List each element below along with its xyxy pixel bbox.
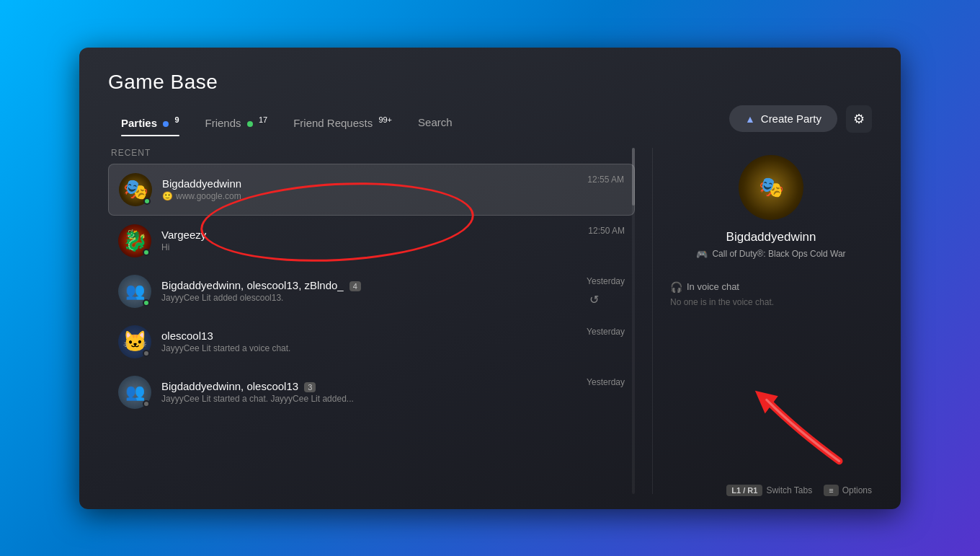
member-badge-5: 3 xyxy=(304,382,316,392)
chat-name-1: Bigdaddyedwinn xyxy=(162,177,577,190)
switch-tabs-control: L1 / R1 Switch Tabs xyxy=(726,485,812,496)
chat-item-2[interactable]: 🐉 Vargeezy Hi 12:50 AM xyxy=(108,216,635,266)
switch-tabs-label: Switch Tabs xyxy=(766,485,812,495)
avatar-wrapper-5: 👥 xyxy=(118,376,151,409)
voice-section: 🎧 In voice chat No one is in the voice c… xyxy=(670,281,872,307)
chat-item-5[interactable]: 👥 Bigdaddyedwinn, olescool13 3 JayyyCee … xyxy=(108,367,635,418)
chat-info-4: olescool13 JayyyCee Lit started a voice … xyxy=(161,330,576,353)
chat-time-4: Yesterday xyxy=(587,327,625,337)
chat-sub-2: Hi xyxy=(161,242,578,252)
tab-parties[interactable]: Parties 9 xyxy=(108,110,192,135)
profile-name: Bigdaddyedwinn xyxy=(726,230,816,244)
parties-dot xyxy=(163,121,169,127)
main-window: Game Base Parties 9 Friends 17 Friend Re… xyxy=(79,48,901,509)
chat-time-5: Yesterday xyxy=(587,377,625,387)
voice-label: 🎧 In voice chat xyxy=(670,281,872,293)
chat-item-1[interactable]: 🎭 Bigdaddyedwinn 🙂 www.google.com 12:55 … xyxy=(108,164,635,216)
filter-button[interactable]: ⚙ xyxy=(846,105,872,133)
avatar-wrapper-2: 🐉 xyxy=(118,224,151,257)
triangle-icon: ▲ xyxy=(745,113,755,125)
chat-name-5: Bigdaddyedwinn, olescool13 3 xyxy=(161,380,576,392)
avatar-wrapper-3: 👥 xyxy=(118,275,151,308)
chat-item-4[interactable]: 🐱 olescool13 JayyyCee Lit started a voic… xyxy=(108,317,635,367)
bottom-bar: L1 / R1 Switch Tabs ≡ Options xyxy=(726,485,872,496)
chat-name-3: Bigdaddyedwinn, olescool13, zBlndo_ 4 xyxy=(161,279,576,291)
tab-search[interactable]: Search xyxy=(405,110,466,134)
chat-item-3[interactable]: 👥 Bigdaddyedwinn, olescool13, zBlndo_ 4 … xyxy=(108,266,635,317)
chat-info-1: Bigdaddyedwinn 🙂 www.google.com xyxy=(162,177,577,201)
chat-info-5: Bigdaddyedwinn, olescool13 3 JayyyCee Li… xyxy=(161,380,576,404)
friends-dot xyxy=(247,121,253,127)
create-party-button[interactable]: ▲ Create Party xyxy=(729,105,837,132)
status-dot-4 xyxy=(143,350,150,357)
chat-time-3: Yesterday xyxy=(587,276,625,286)
options-badge: ≡ xyxy=(824,485,838,496)
profile-game: 🎮 Call of Duty®: Black Ops Cold War xyxy=(696,249,845,260)
section-label: Recent xyxy=(108,148,635,158)
avatar-wrapper-4: 🐱 xyxy=(118,325,151,358)
page-title: Game Base xyxy=(108,71,872,94)
chat-name-4: olescool13 xyxy=(161,330,576,342)
options-control: ≡ Options xyxy=(824,485,872,496)
chat-info-2: Vargeezy Hi xyxy=(161,229,578,252)
right-panel: 🎭 Bigdaddyedwinn 🎮 Call of Duty®: Black … xyxy=(670,148,872,494)
options-label: Options xyxy=(842,485,872,495)
vertical-divider xyxy=(652,148,653,494)
status-dot-2 xyxy=(143,249,150,256)
tab-friend-requests[interactable]: Friend Requests 99+ xyxy=(280,110,405,135)
voice-empty-text: No one is in the voice chat. xyxy=(670,297,872,307)
chat-time-2: 12:50 AM xyxy=(588,226,625,236)
chat-sub-5: JayyyCee Lit started a chat. JayyyCee Li… xyxy=(161,394,576,404)
gamepad-icon: 🎮 xyxy=(696,249,708,260)
chat-name-2: Vargeezy xyxy=(161,229,578,241)
status-dot-1 xyxy=(143,198,151,205)
switch-tabs-badge: L1 / R1 xyxy=(726,485,762,496)
right-controls: ▲ Create Party ⚙ xyxy=(729,105,872,133)
chat-info-3: Bigdaddyedwinn, olescool13, zBlndo_ 4 Ja… xyxy=(161,279,576,303)
content-area: Recent 🎭 Bigdaddyedwinn 🙂 www.google.com xyxy=(108,148,872,494)
chat-sub-3: JayyyCee Lit added olescool13. xyxy=(161,293,576,303)
scrollbar-track[interactable] xyxy=(632,148,635,494)
headset-icon: 🎧 xyxy=(670,281,682,293)
refresh-icon: ↺ xyxy=(589,293,599,306)
profile-avatar: 🎭 xyxy=(739,155,803,220)
smiley-icon: 🙂 xyxy=(162,191,173,201)
chat-sub-4: JayyyCee Lit started a voice chat. xyxy=(161,343,576,353)
chat-time-1: 12:55 AM xyxy=(587,175,624,185)
chat-list: 🎭 Bigdaddyedwinn 🙂 www.google.com 12:55 … xyxy=(108,164,635,418)
chat-sub-1: 🙂 www.google.com xyxy=(162,191,577,201)
filter-lines-icon: ⚙ xyxy=(853,112,865,126)
status-dot-5 xyxy=(143,400,150,407)
scrollbar-thumb[interactable] xyxy=(632,148,635,206)
status-dot-3 xyxy=(143,299,150,306)
member-badge-3: 4 xyxy=(349,281,361,291)
left-panel: Recent 🎭 Bigdaddyedwinn 🙂 www.google.com xyxy=(108,148,635,494)
tab-friends[interactable]: Friends 17 xyxy=(192,110,281,135)
avatar-wrapper-1: 🎭 xyxy=(119,173,152,206)
